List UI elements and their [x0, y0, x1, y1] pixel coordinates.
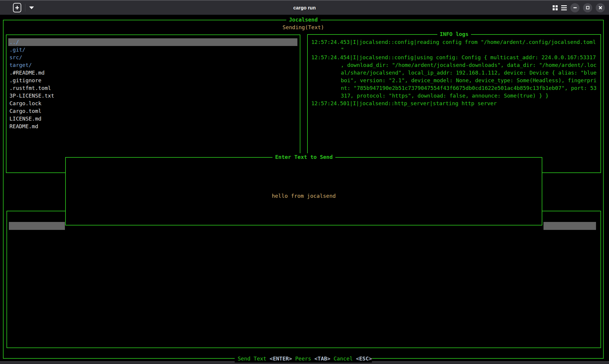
log-line: 317, protocol: "https", download: false,…: [308, 92, 598, 100]
log-line: boi", version: "2.1", device_model: None…: [308, 77, 598, 84]
log-line: al/share/jocalsend", local_ip_addr: 192.…: [308, 69, 598, 77]
peer-row-selected[interactable]: phone (192.168.1: [9, 222, 65, 230]
log-lines: 12:57:24.453|I|jocalsend::config|reading…: [308, 38, 598, 107]
hint-label: Peers: [292, 355, 315, 362]
keybinding-hints: Send Text <ENTER> Peers <TAB> Cancel <ES…: [235, 355, 372, 363]
tab-overview-icon[interactable]: [553, 5, 558, 10]
log-line: ": [308, 46, 598, 54]
logs-panel-title: INFO logs: [437, 30, 471, 38]
file-list-item[interactable]: README.md: [8, 123, 297, 130]
file-list-item[interactable]: Cargo.toml: [8, 107, 297, 115]
text-input-value[interactable]: hello from jocalsend: [65, 192, 542, 200]
log-line: , download_dir: "/home/ardent/jocalsend-…: [308, 61, 598, 69]
file-list-item[interactable]: .rustfmt.toml: [8, 84, 297, 92]
file-list-item[interactable]: src/: [8, 54, 297, 61]
titlebar: cargo run: [0, 0, 609, 15]
file-list-item[interactable]: .git/: [8, 46, 297, 54]
file-list-item[interactable]: 3P-LICENSE.txt: [8, 92, 297, 100]
close-icon[interactable]: [596, 3, 605, 12]
status-text: Sending(Text): [283, 24, 324, 31]
new-tab-icon[interactable]: [13, 3, 21, 12]
log-line: 12:57:24.501|I|jocalsend::http_server|st…: [308, 100, 598, 107]
file-list-item[interactable]: ../: [8, 38, 297, 46]
tab-dropdown-caret-icon[interactable]: [29, 6, 34, 9]
logs-panel: 12:57:24.453|I|jocalsend::config|reading…: [307, 34, 601, 173]
file-list-item[interactable]: .gitignore: [8, 77, 297, 84]
file-list-item[interactable]: Cargo.lock: [8, 100, 297, 107]
hint-key: <TAB>: [315, 355, 330, 362]
text-input-modal[interactable]: [65, 157, 542, 225]
file-list: ../.git/src/target/.#README.md.gitignore…: [6, 38, 300, 130]
hint-key: <ESC>: [356, 355, 372, 362]
hint-key: <ENTER>: [270, 355, 292, 362]
file-list-item[interactable]: LICENSE.md: [8, 115, 297, 123]
modal-title: Enter Text to Send: [272, 153, 335, 161]
peers-panel: [6, 211, 601, 348]
window-title: cargo run: [0, 1, 609, 15]
log-line: 12:57:24.453|I|jocalsend::config|reading…: [308, 38, 598, 46]
titlebar-separator: [25, 4, 25, 11]
maximize-icon[interactable]: [583, 3, 592, 12]
hint-label: Cancel: [330, 355, 356, 362]
hint-label: Send Text: [238, 355, 269, 362]
peer-row-selected-continuation[interactable]: [543, 222, 596, 230]
minimize-icon[interactable]: [570, 3, 579, 12]
terminal-screen: Jocalsend Sending(Text) ../.git/src/targ…: [0, 15, 609, 361]
file-browser-panel: ../.git/src/target/.#README.md.gitignore…: [6, 34, 300, 173]
log-line: nt: "785b947190e2b51c7379047554f43f6675d…: [308, 84, 598, 92]
menu-icon[interactable]: [561, 5, 567, 10]
file-list-item[interactable]: .#README.md: [8, 69, 297, 77]
file-list-item[interactable]: target/: [8, 61, 297, 69]
log-line: 12:57:24.454|I|jocalsend::config|using c…: [308, 54, 598, 61]
app-title: Jocalsend: [286, 16, 320, 24]
